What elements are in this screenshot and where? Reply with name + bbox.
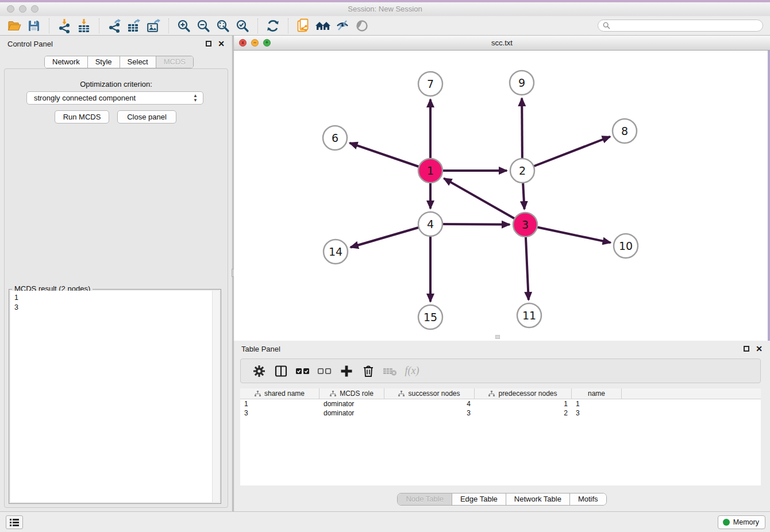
graph-edge-1-6[interactable] <box>350 143 430 171</box>
cell-mcds-role[interactable]: dominator <box>319 408 384 418</box>
tab-node-table[interactable]: Node Table <box>398 494 452 505</box>
memory-label: Memory <box>733 518 759 526</box>
column-type-icon <box>255 391 261 397</box>
graph-node-14[interactable]: 14 <box>324 240 348 264</box>
svg-text:6: 6 <box>332 132 338 144</box>
graph-edge-3-10[interactable] <box>525 225 611 242</box>
hide-graphics-details-icon[interactable] <box>333 18 352 34</box>
search-input[interactable] <box>610 22 758 30</box>
network-from-document-icon[interactable] <box>294 18 313 34</box>
open-session-icon[interactable] <box>5 18 24 34</box>
tab-network[interactable]: Network <box>45 56 88 68</box>
export-table-icon[interactable] <box>124 18 144 34</box>
cell-name[interactable]: 3 <box>572 408 622 418</box>
close-window-button[interactable] <box>7 5 14 13</box>
graph-node-8[interactable]: 8 <box>613 119 637 143</box>
cell-successor-nodes[interactable]: 4 <box>384 399 475 408</box>
network-window-title: scc.txt <box>491 38 513 47</box>
close-panel-icon[interactable]: ✕ <box>218 41 225 47</box>
network-canvas[interactable]: 7968124314101511 <box>234 51 768 341</box>
create-column-icon[interactable] <box>336 363 357 380</box>
graph-node-10[interactable]: 10 <box>614 234 638 258</box>
delete-columns-icon[interactable] <box>357 363 379 380</box>
cell-mcds-role[interactable]: dominator <box>319 399 384 408</box>
cell-predecessor-nodes[interactable]: 2 <box>475 408 572 418</box>
table-tabs-bar: Node Table Edge Table Network Table Moti… <box>234 493 770 506</box>
graph-node-6[interactable]: 6 <box>323 126 347 150</box>
float-table-panel-icon[interactable] <box>744 346 749 352</box>
import-network-icon[interactable] <box>55 18 74 34</box>
memory-button[interactable]: Memory <box>718 515 765 529</box>
cell-successor-nodes[interactable]: 3 <box>384 408 475 418</box>
column-header-successor-nodes[interactable]: successor nodes <box>384 388 475 399</box>
cell-shared-name[interactable]: 3 <box>240 408 319 418</box>
table-row[interactable]: 3 dominator 3 2 3 <box>240 408 761 418</box>
graph-node-4[interactable]: 4 <box>418 212 442 236</box>
tab-style[interactable]: Style <box>88 56 120 68</box>
graph-node-15[interactable]: 15 <box>418 305 442 329</box>
memory-status-icon <box>723 519 730 526</box>
tab-network-table[interactable]: Network Table <box>506 494 570 505</box>
import-table-icon[interactable] <box>74 18 94 34</box>
select-all-columns-icon[interactable] <box>292 363 314 380</box>
minimize-window-button[interactable] <box>19 5 26 13</box>
export-image-icon[interactable] <box>144 18 163 34</box>
mcds-result-area[interactable]: 1 3 <box>10 291 220 502</box>
svg-text:1: 1 <box>427 164 434 177</box>
home-icon[interactable] <box>313 18 333 34</box>
mcds-result-box: MCDS result (2 nodes) 1 3 <box>9 289 221 504</box>
float-panel-icon[interactable] <box>206 41 211 47</box>
graph-edge-3-1[interactable] <box>444 178 525 225</box>
graph-edge-2-8[interactable] <box>522 137 610 171</box>
column-header-predecessor-nodes[interactable]: predecessor nodes <box>475 388 572 399</box>
network-close-button[interactable]: x <box>239 39 247 47</box>
export-network-icon[interactable] <box>105 18 124 34</box>
graph-node-9[interactable]: 9 <box>510 71 534 95</box>
close-table-panel-icon[interactable]: ✕ <box>756 346 763 352</box>
network-maximize-button[interactable]: + <box>263 39 271 47</box>
run-mcds-button[interactable]: Run MCDS <box>55 110 109 124</box>
zoom-selected-icon[interactable] <box>233 18 252 34</box>
deselect-all-columns-icon[interactable] <box>314 363 336 380</box>
network-minimize-button[interactable]: − <box>251 39 259 47</box>
zoom-in-icon[interactable] <box>174 18 194 34</box>
cell-name[interactable]: 1 <box>572 399 622 408</box>
graph-node-11[interactable]: 11 <box>517 303 541 327</box>
column-header-filler <box>622 388 761 399</box>
criterion-select[interactable]: strongly connected component ▲▼ <box>26 91 203 105</box>
graph-node-1[interactable]: 1 <box>418 159 442 183</box>
table-row[interactable]: 1 dominator 4 1 1 <box>240 399 761 408</box>
svg-text:7: 7 <box>427 78 434 90</box>
table-panel: Table Panel ✕ <box>234 341 770 511</box>
titlebar[interactable]: Session: New Session <box>0 2 770 16</box>
close-panel-button[interactable]: Close panel <box>117 110 176 124</box>
tab-mcds[interactable]: MCDS <box>156 56 193 68</box>
refresh-icon[interactable] <box>263 18 283 34</box>
svg-text:3: 3 <box>522 218 529 231</box>
svg-text:11: 11 <box>522 309 536 322</box>
graph-node-3[interactable]: 3 <box>513 213 537 237</box>
tab-edge-table[interactable]: Edge Table <box>452 494 506 505</box>
zoom-fit-icon[interactable] <box>213 18 233 34</box>
result-scrollbar[interactable] <box>212 291 220 502</box>
task-history-button[interactable] <box>6 515 23 529</box>
tab-motifs[interactable]: Motifs <box>570 494 606 505</box>
tab-select[interactable]: Select <box>120 56 156 68</box>
column-header-shared-name[interactable]: shared name <box>240 388 319 399</box>
search-box[interactable] <box>598 20 763 32</box>
graph-node-2[interactable]: 2 <box>510 159 534 183</box>
table-settings-icon[interactable] <box>248 363 270 380</box>
column-header-mcds-role[interactable]: MCDS role <box>319 388 384 399</box>
zoom-out-icon[interactable] <box>194 18 213 34</box>
graph-node-7[interactable]: 7 <box>418 72 442 96</box>
save-session-icon[interactable] <box>24 18 44 34</box>
network-window-titlebar[interactable]: x − + scc.txt <box>234 36 770 51</box>
show-graphics-details-icon[interactable] <box>352 18 372 34</box>
cell-shared-name[interactable]: 1 <box>240 399 319 408</box>
split-columns-icon[interactable] <box>270 363 292 380</box>
svg-text:15: 15 <box>424 311 437 323</box>
canvas-resize-handle[interactable] <box>495 335 500 339</box>
maximize-window-button[interactable] <box>31 5 38 13</box>
cell-predecessor-nodes[interactable]: 1 <box>475 399 572 408</box>
column-header-name[interactable]: name <box>572 388 622 399</box>
